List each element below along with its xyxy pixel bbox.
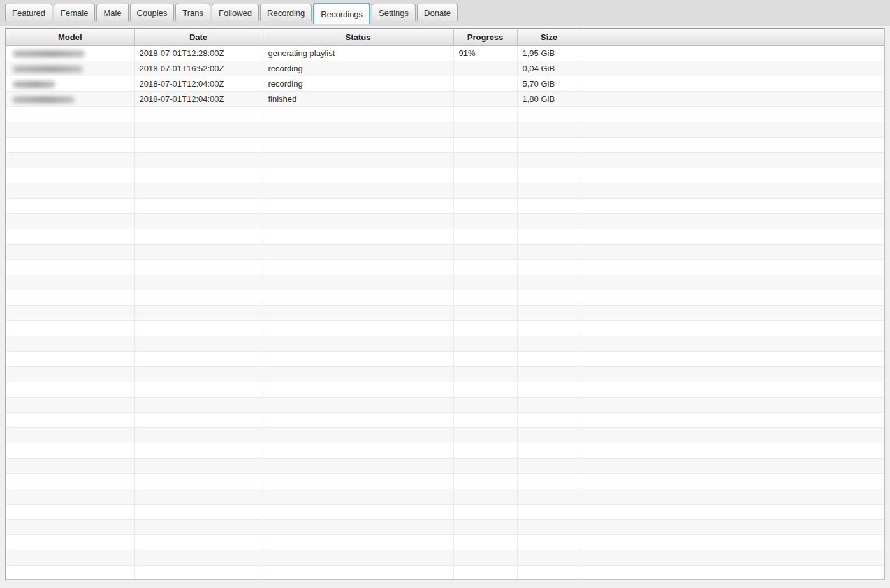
empty-cell — [453, 351, 517, 366]
empty-cell — [263, 473, 453, 489]
tab-settings[interactable]: Settings — [372, 4, 416, 21]
empty-table-row — [6, 183, 884, 198]
empty-cell — [581, 382, 884, 397]
empty-cell — [263, 504, 453, 519]
empty-cell — [6, 366, 134, 382]
empty-cell — [453, 320, 517, 336]
empty-cell — [517, 122, 581, 137]
empty-cell — [263, 519, 453, 534]
empty-table-row — [6, 198, 884, 213]
tab-label: Followed — [219, 8, 252, 18]
empty-cell — [517, 519, 581, 534]
tab-donate[interactable]: Donate — [417, 4, 458, 21]
column-header-model[interactable]: Model — [6, 29, 134, 45]
cell-size: 1,95 GiB — [517, 45, 581, 61]
empty-cell — [134, 550, 263, 565]
column-header-size[interactable]: Size — [517, 29, 581, 45]
empty-cell — [6, 489, 134, 504]
empty-cell — [581, 290, 884, 305]
cell-model — [6, 45, 134, 61]
empty-table-row — [6, 168, 884, 183]
empty-cell — [134, 152, 263, 168]
table-row[interactable]: 2018-07-01T12:04:00Zfinished1,80 GiB — [6, 91, 884, 106]
empty-cell — [134, 473, 263, 489]
empty-cell — [581, 244, 884, 259]
tab-label: Female — [61, 8, 88, 18]
cell-extra — [581, 61, 884, 76]
empty-cell — [6, 152, 134, 168]
cell-status: recording — [263, 61, 453, 76]
cell-date: 2018-07-01T12:28:00Z — [134, 45, 263, 61]
empty-cell — [581, 412, 884, 427]
empty-table-row — [6, 565, 884, 580]
tab-recording[interactable]: Recording — [260, 4, 312, 21]
empty-cell — [453, 259, 517, 275]
empty-cell — [517, 137, 581, 152]
empty-cell — [6, 244, 134, 259]
column-header-progress[interactable]: Progress — [453, 29, 517, 45]
tab-followed[interactable]: Followed — [212, 4, 259, 21]
empty-cell — [517, 504, 581, 519]
empty-cell — [134, 336, 263, 351]
empty-cell — [6, 122, 134, 137]
empty-cell — [517, 152, 581, 168]
table-row[interactable]: 2018-07-01T12:28:00Zgenerating playlist9… — [6, 45, 884, 61]
empty-cell — [517, 198, 581, 213]
empty-cell — [517, 565, 581, 580]
empty-cell — [6, 213, 134, 229]
column-header-status[interactable]: Status — [263, 29, 453, 45]
empty-cell — [134, 168, 263, 183]
empty-table-row — [6, 427, 884, 443]
empty-cell — [263, 443, 453, 458]
empty-cell — [581, 183, 884, 198]
tab-trans[interactable]: Trans — [175, 4, 210, 21]
empty-cell — [6, 534, 134, 550]
tab-male[interactable]: Male — [96, 4, 128, 21]
empty-cell — [6, 320, 134, 336]
empty-cell — [581, 122, 884, 137]
empty-cell — [517, 229, 581, 244]
empty-cell — [263, 305, 453, 320]
empty-cell — [263, 565, 453, 580]
empty-cell — [6, 183, 134, 198]
column-header-extra[interactable] — [581, 29, 884, 45]
empty-cell — [6, 275, 134, 290]
empty-cell — [581, 565, 884, 580]
empty-table-row — [6, 259, 884, 275]
recordings-table: ModelDateStatusProgressSize 2018-07-01T1… — [6, 29, 884, 580]
empty-cell — [517, 168, 581, 183]
cell-progress: 91% — [453, 45, 517, 61]
table-row[interactable]: 2018-07-01T16:52:00Zrecording0,04 GiB — [6, 61, 884, 76]
table-header-row: ModelDateStatusProgressSize — [6, 29, 884, 45]
empty-cell — [517, 427, 581, 443]
tab-couples[interactable]: Couples — [130, 4, 175, 21]
empty-cell — [581, 320, 884, 336]
empty-table-row — [6, 244, 884, 259]
tab-recordings[interactable]: Recordings — [313, 3, 370, 24]
tab-label: Trans — [182, 8, 203, 18]
empty-cell — [6, 458, 134, 473]
empty-cell — [6, 336, 134, 351]
empty-cell — [6, 229, 134, 244]
cell-date: 2018-07-01T16:52:00Z — [134, 61, 263, 76]
empty-cell — [6, 168, 134, 183]
tab-female[interactable]: Female — [54, 4, 95, 21]
empty-cell — [263, 137, 453, 152]
table-row[interactable]: 2018-07-01T12:04:00Zrecording5,70 GiB — [6, 76, 884, 91]
empty-cell — [517, 106, 581, 122]
empty-cell — [134, 519, 263, 534]
empty-cell — [453, 519, 517, 534]
tab-featured[interactable]: Featured — [5, 4, 52, 21]
empty-cell — [453, 473, 517, 489]
cell-size: 5,70 GiB — [517, 76, 581, 91]
cell-progress — [453, 61, 517, 76]
column-header-date[interactable]: Date — [134, 29, 263, 45]
empty-cell — [517, 550, 581, 565]
empty-cell — [263, 489, 453, 504]
empty-cell — [581, 427, 884, 443]
empty-cell — [263, 427, 453, 443]
empty-cell — [453, 366, 517, 382]
empty-cell — [517, 213, 581, 229]
empty-cell — [263, 259, 453, 275]
empty-cell — [134, 443, 263, 458]
